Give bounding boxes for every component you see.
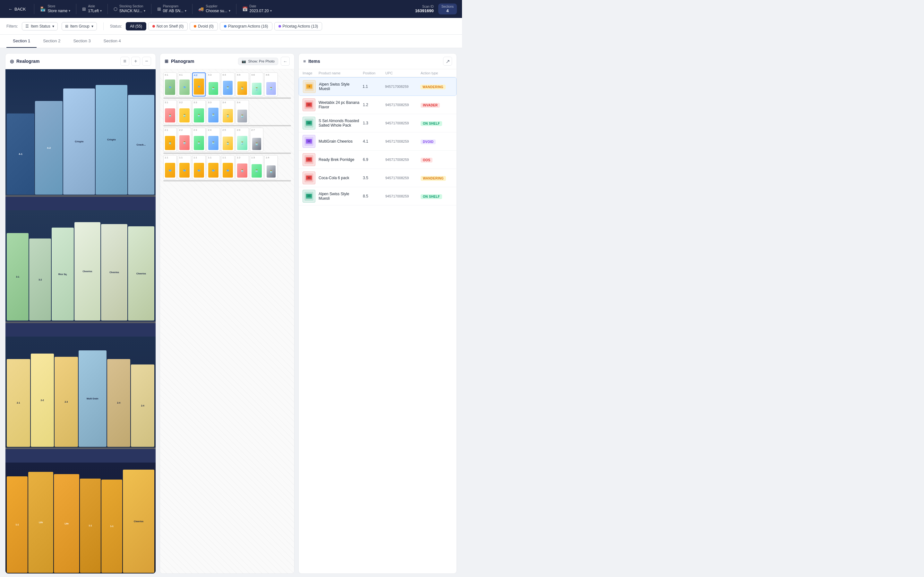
plano-cell-4-1-a[interactable]: 4:1 🥣	[163, 73, 177, 97]
cell-label-1-3: 1:3	[251, 156, 255, 159]
plano-cell-3-4-b[interactable]: 3:4 🫙	[236, 100, 249, 124]
section-tab-4[interactable]: Section 4	[97, 35, 128, 48]
item-row[interactable]: 5 Ready Brek Porridge 6.9 945717008259 O…	[299, 151, 457, 169]
sections-button[interactable]: Sections 4	[438, 3, 457, 15]
planogram-grid[interactable]: 4:1 🥣 4:1 🥣 4:2 🥣 4:3 🫙	[160, 69, 294, 574]
product-cheerios-bottom: Cheerios	[123, 470, 154, 573]
plano-cell-1-1-c[interactable]: 1:1 🥣	[192, 155, 206, 179]
plano-cell-1-3[interactable]: 1:3 🫙	[250, 155, 263, 179]
plano-cell-1-2[interactable]: 1:2 🫙	[236, 155, 249, 179]
plano-cell-1-1-d[interactable]: 1:1 🥣	[207, 155, 220, 179]
pricetag-actions-dot	[278, 25, 281, 27]
back-button[interactable]: ← BACK	[5, 5, 29, 13]
plano-cell-2-2[interactable]: 2:2 🫙	[178, 127, 191, 152]
item-row[interactable]: 1 Alpen Swiss Style Muesli 1.1 945717008…	[299, 77, 457, 96]
show-pre-photo-button[interactable]: 📷 Show: Pre Photo	[238, 58, 278, 65]
plano-cell-4-6-a[interactable]: 4:6 🫙	[250, 73, 263, 97]
plano-cell-4-1-b[interactable]: 4:1 🥣	[178, 73, 191, 97]
cell-label-2-7: 2:7	[251, 129, 255, 131]
tab-pricetag-actions[interactable]: Pricetag Actions (13)	[274, 22, 322, 31]
item-row[interactable]: 6 Coca-Cola 6 pack 3.5 945717008259 WAND…	[299, 169, 457, 187]
item-row[interactable]: 3 S Sel Almonds Roasted Salted Whole Pac…	[299, 114, 457, 132]
section-tab-3[interactable]: Section 3	[67, 35, 97, 48]
item-row[interactable]: 2 Weetabix 24 pc Banana Flavor 1.2 94571…	[299, 96, 457, 114]
plano-cell-2-3[interactable]: 2:3 🫙	[192, 127, 206, 152]
item-image: 1	[303, 80, 316, 93]
tab-not-on-shelf[interactable]: Not on Shelf (0)	[148, 22, 188, 31]
planogram-row-1: 1:1 🥣 1:1 🥣 1:1 🥣 1:1 🥣	[163, 155, 291, 181]
plano-cell-4-2[interactable]: 4:2 🥣	[192, 73, 206, 97]
plano-cell-1-4[interactable]: 1:4 🫙	[264, 155, 278, 179]
planogram-arrow-button[interactable]: ←	[281, 57, 290, 66]
tab-planogram-actions[interactable]: Planogram Actions (16)	[220, 22, 272, 31]
realogram-controls: ≡ + −	[120, 57, 151, 66]
item-position: 8.5	[363, 194, 385, 198]
nav-aisle[interactable]: ⊞ Aisle 17Left ▾	[79, 3, 105, 16]
plano-cell-2-7[interactable]: 2:7 🫙	[250, 127, 263, 152]
product-crispix-1: Crispix	[63, 89, 95, 195]
product-2-2: 2-2	[31, 354, 54, 447]
product-cheerios-mg: Multi Grain	[79, 350, 107, 447]
item-row[interactable]: 7 Alpen Swiss Style Muesli 8.5 945717008…	[299, 187, 457, 205]
plano-cell-2-5[interactable]: 2:5 🫙	[221, 127, 234, 152]
plano-cell-3-2[interactable]: 3:2 🫙	[178, 100, 191, 124]
back-label: BACK	[15, 7, 26, 11]
item-status-label: Item Status	[31, 24, 50, 29]
nav-date[interactable]: 📅 Date 2023.07.20 ▾	[239, 3, 275, 16]
store-value: Store name ▾	[47, 8, 70, 14]
item-position: 1.3	[363, 121, 385, 125]
nav-store[interactable]: 🏪 Store Store name ▾	[37, 3, 73, 16]
tab-all-label: All (55)	[130, 24, 142, 29]
plano-cell-4-4[interactable]: 4:4 🫙	[221, 73, 234, 97]
tab-dvoid[interactable]: Dvoid (0)	[190, 22, 218, 31]
items-header: ≡ Items ↗	[299, 53, 457, 69]
plano-cell-4-3[interactable]: 4:3 🫙	[207, 73, 220, 97]
item-position: 6.9	[363, 157, 385, 162]
plano-cell-1-1-e[interactable]: 1:1 🥣	[221, 155, 234, 179]
store-chevron-icon: ▾	[69, 9, 70, 13]
zoom-in-button[interactable]: +	[131, 57, 140, 66]
planogram-row-4-cells: 4:1 🥣 4:1 🥣 4:2 🥣 4:3 🫙	[163, 73, 291, 97]
product-4-1: 4-1	[7, 113, 34, 195]
item-row[interactable]: 4 MultiGrain Cheerios 4.1 945717008259 D…	[299, 132, 457, 151]
plano-cell-3-4-a[interactable]: 3:4 🫙	[221, 100, 234, 124]
plano-cell-2-6[interactable]: 2:6 🫙	[236, 127, 249, 152]
planogram-controls: 📷 Show: Pre Photo ←	[238, 57, 290, 66]
plano-cell-2-1[interactable]: 2:1 🫙	[163, 127, 177, 152]
zoom-out-button[interactable]: −	[142, 57, 151, 66]
plano-cell-3-3-b[interactable]: 3:3 🫙	[207, 100, 220, 124]
scan-id-container: Scan ID 16391690	[412, 3, 437, 15]
plano-cell-4-6-b[interactable]: 4:6 🫙	[264, 73, 278, 97]
plano-cell-3-1[interactable]: 3:1 🫙	[163, 100, 177, 124]
item-image: 4	[302, 135, 315, 148]
plano-cell-3-3-a[interactable]: 3:3 🫙	[192, 100, 206, 124]
menu-button[interactable]: ≡	[120, 57, 129, 66]
nav-supplier[interactable]: 🚚 Supplier Choose su... ▾	[195, 3, 233, 16]
item-action-badge: OOS	[421, 157, 453, 162]
planogram-icon: ⊞	[165, 59, 168, 64]
section-tab-2[interactable]: Section 2	[37, 35, 67, 48]
nav-divider-3	[107, 4, 108, 14]
item-name: Alpen Swiss Style Muesli	[318, 192, 363, 201]
planogram-row-3: 3:1 🫙 3:2 🫙 3:3 🫙 3:3 🫙	[163, 100, 291, 126]
nav-planogram[interactable]: ⊞ Planogram 08' AB SN... ▾	[154, 3, 190, 16]
shelf-row-1: 1-1 Life Life 1-1 1-1 Cheerios	[5, 463, 156, 574]
item-group-filter[interactable]: ⊞ Item Group ▾	[61, 22, 97, 31]
plano-cell-1-1-b[interactable]: 1:1 🥣	[178, 155, 191, 179]
plano-cell-1-1-a[interactable]: 1:1 🥣	[163, 155, 177, 179]
tab-planogram-actions-label: Planogram Actions (16)	[228, 24, 268, 29]
item-status-filter[interactable]: ☰ Item Status ▾	[22, 22, 58, 31]
store-content: Store Store name ▾	[47, 5, 70, 14]
nav-stocking[interactable]: ⬡ Stocking Section SNACK NU... ▾	[110, 3, 149, 16]
product-3-1: 3-1	[7, 233, 29, 321]
supplier-label: Supplier	[206, 5, 230, 8]
tab-all[interactable]: All (55)	[126, 22, 146, 31]
section-tab-1[interactable]: Section 1	[6, 35, 37, 48]
cell-label-2-5: 2:5	[222, 129, 226, 131]
items-export-button[interactable]: ↗	[443, 57, 452, 66]
plano-cell-4-5[interactable]: 4:5 🫙	[236, 73, 249, 97]
svg-text:3: 3	[309, 122, 310, 124]
supplier-icon: 🚚	[198, 6, 204, 11]
item-action-badge: ON SHELF	[421, 194, 453, 199]
plano-cell-2-4[interactable]: 2:4 🫙	[207, 127, 220, 152]
